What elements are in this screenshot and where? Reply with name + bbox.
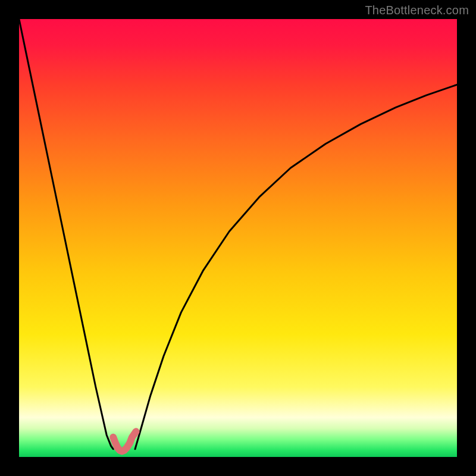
- chart-plot-area: [19, 19, 457, 457]
- bottleneck-valley-marker: [113, 431, 136, 451]
- site-watermark: TheBottleneck.com: [365, 4, 469, 17]
- chart-svg: [19, 19, 457, 457]
- bottleneck-curve-left: [19, 19, 113, 449]
- bottleneck-curve-right: [135, 84, 457, 449]
